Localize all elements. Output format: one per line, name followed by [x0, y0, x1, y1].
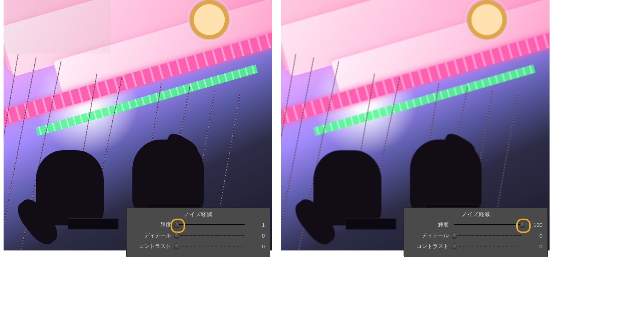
- contrast-label: コントラスト: [409, 243, 452, 250]
- contrast-slider[interactable]: [174, 243, 248, 250]
- detail-row: ディテール 0: [127, 230, 270, 241]
- luminance-label: 輝度: [132, 221, 174, 228]
- detail-slider[interactable]: [452, 232, 525, 239]
- detail-label: ディテール: [409, 232, 452, 239]
- panel-title: ノイズ軽減: [404, 208, 547, 219]
- detail-value: 0: [525, 233, 542, 239]
- slider-knob-icon[interactable]: [519, 221, 526, 228]
- slider-knob-icon[interactable]: [451, 232, 458, 239]
- contrast-value: 0: [248, 243, 265, 249]
- panel-title: ノイズ軽減: [127, 208, 270, 219]
- detail-row: ディテール 0: [404, 230, 547, 241]
- contrast-label: コントラスト: [132, 243, 174, 250]
- luminance-value: 100: [525, 222, 542, 228]
- luminance-row: 輝度 1: [127, 219, 270, 230]
- contrast-row: コントラスト 0: [127, 241, 270, 252]
- slider-knob-icon[interactable]: [174, 221, 180, 228]
- slider-knob-icon[interactable]: [451, 243, 458, 249]
- detail-label: ディテール: [132, 232, 174, 239]
- contrast-value: 0: [525, 243, 542, 249]
- slider-knob-icon[interactable]: [174, 243, 180, 249]
- noise-reduction-panel-before: ノイズ軽減 輝度 1 ディテール 0 コントラスト: [127, 208, 270, 257]
- contrast-slider[interactable]: [452, 243, 525, 250]
- luminance-row: 輝度 100: [404, 219, 547, 230]
- contrast-row: コントラスト 0: [404, 241, 547, 252]
- luminance-value: 1: [248, 222, 265, 228]
- luminance-slider[interactable]: [174, 221, 248, 228]
- detail-value: 0: [248, 233, 265, 239]
- detail-slider[interactable]: [174, 232, 248, 239]
- luminance-slider[interactable]: [452, 221, 525, 228]
- luminance-label: 輝度: [409, 221, 452, 228]
- slider-knob-icon[interactable]: [174, 232, 180, 239]
- noise-reduction-panel-after: ノイズ軽減 輝度 100 ディテール 0 コントラスト: [404, 208, 547, 257]
